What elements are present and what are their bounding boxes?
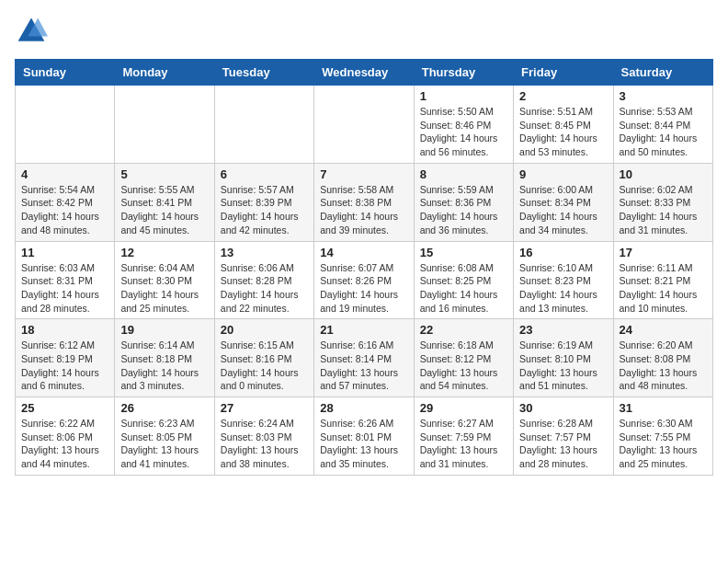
day-info: Sunrise: 6:15 AM Sunset: 8:16 PM Dayligh… xyxy=(221,339,308,393)
header-day-sunday: Sunday xyxy=(16,60,115,86)
day-number: 13 xyxy=(221,246,308,259)
day-number: 20 xyxy=(221,323,308,337)
calendar-cell: 8Sunrise: 5:59 AM Sunset: 8:36 PM Daylig… xyxy=(414,163,513,241)
calendar-cell xyxy=(16,86,115,164)
calendar-cell: 3Sunrise: 5:53 AM Sunset: 8:44 PM Daylig… xyxy=(613,86,712,164)
header-day-saturday: Saturday xyxy=(613,60,712,86)
day-info: Sunrise: 5:55 AM Sunset: 8:41 PM Dayligh… xyxy=(120,183,208,237)
day-info: Sunrise: 5:58 AM Sunset: 8:38 PM Dayligh… xyxy=(320,183,407,237)
day-info: Sunrise: 6:23 AM Sunset: 8:05 PM Dayligh… xyxy=(120,417,208,471)
day-info: Sunrise: 6:19 AM Sunset: 8:10 PM Dayligh… xyxy=(519,339,607,393)
calendar-cell: 10Sunrise: 6:02 AM Sunset: 8:33 PM Dayli… xyxy=(613,163,712,241)
calendar-cell xyxy=(115,86,214,164)
day-info: Sunrise: 6:12 AM Sunset: 8:19 PM Dayligh… xyxy=(21,339,108,393)
day-number: 31 xyxy=(620,401,707,415)
day-number: 11 xyxy=(21,246,108,259)
day-info: Sunrise: 5:57 AM Sunset: 8:39 PM Dayligh… xyxy=(221,183,308,237)
day-number: 4 xyxy=(21,167,108,181)
day-info: Sunrise: 5:54 AM Sunset: 8:42 PM Dayligh… xyxy=(21,183,108,237)
day-number: 28 xyxy=(320,401,407,415)
day-info: Sunrise: 6:22 AM Sunset: 8:06 PM Dayligh… xyxy=(21,417,108,471)
calendar-cell: 29Sunrise: 6:27 AM Sunset: 7:59 PM Dayli… xyxy=(414,397,513,476)
header-row: SundayMondayTuesdayWednesdayThursdayFrid… xyxy=(16,60,713,86)
calendar-cell: 16Sunrise: 6:10 AM Sunset: 8:23 PM Dayli… xyxy=(514,241,613,319)
day-info: Sunrise: 6:14 AM Sunset: 8:18 PM Dayligh… xyxy=(120,339,208,393)
day-number: 23 xyxy=(519,323,607,337)
calendar-body: 1Sunrise: 5:50 AM Sunset: 8:46 PM Daylig… xyxy=(16,86,713,476)
day-number: 6 xyxy=(221,167,308,181)
header-day-friday: Friday xyxy=(514,60,613,86)
calendar-cell: 31Sunrise: 6:30 AM Sunset: 7:55 PM Dayli… xyxy=(613,397,712,476)
day-number: 25 xyxy=(21,401,108,415)
calendar-cell: 25Sunrise: 6:22 AM Sunset: 8:06 PM Dayli… xyxy=(16,397,115,476)
logo-icon xyxy=(15,15,48,48)
day-info: Sunrise: 5:51 AM Sunset: 8:45 PM Dayligh… xyxy=(519,105,607,159)
calendar-header: SundayMondayTuesdayWednesdayThursdayFrid… xyxy=(16,60,713,86)
calendar-cell xyxy=(314,86,414,164)
day-info: Sunrise: 6:07 AM Sunset: 8:26 PM Dayligh… xyxy=(320,261,407,316)
day-info: Sunrise: 6:16 AM Sunset: 8:14 PM Dayligh… xyxy=(320,339,407,393)
calendar-cell: 17Sunrise: 6:11 AM Sunset: 8:21 PM Dayli… xyxy=(613,241,712,319)
day-number: 14 xyxy=(320,246,407,259)
calendar-cell: 1Sunrise: 5:50 AM Sunset: 8:46 PM Daylig… xyxy=(414,86,513,164)
day-number: 2 xyxy=(519,89,607,103)
day-info: Sunrise: 6:08 AM Sunset: 8:25 PM Dayligh… xyxy=(420,261,507,316)
day-info: Sunrise: 6:26 AM Sunset: 8:01 PM Dayligh… xyxy=(320,417,407,471)
calendar-cell: 30Sunrise: 6:28 AM Sunset: 7:57 PM Dayli… xyxy=(514,397,613,476)
calendar-cell: 21Sunrise: 6:16 AM Sunset: 8:14 PM Dayli… xyxy=(314,319,414,397)
day-info: Sunrise: 6:27 AM Sunset: 7:59 PM Dayligh… xyxy=(420,417,507,471)
day-info: Sunrise: 5:59 AM Sunset: 8:36 PM Dayligh… xyxy=(420,183,507,237)
calendar-cell: 12Sunrise: 6:04 AM Sunset: 8:30 PM Dayli… xyxy=(115,241,214,319)
day-number: 26 xyxy=(120,401,208,415)
day-number: 5 xyxy=(120,167,208,181)
calendar-cell: 23Sunrise: 6:19 AM Sunset: 8:10 PM Dayli… xyxy=(514,319,613,397)
calendar-cell: 22Sunrise: 6:18 AM Sunset: 8:12 PM Dayli… xyxy=(414,319,513,397)
logo xyxy=(15,15,51,48)
week-row-3: 11Sunrise: 6:03 AM Sunset: 8:31 PM Dayli… xyxy=(16,241,713,319)
calendar-cell: 7Sunrise: 5:58 AM Sunset: 8:38 PM Daylig… xyxy=(314,163,414,241)
header-day-wednesday: Wednesday xyxy=(314,60,414,86)
day-info: Sunrise: 6:30 AM Sunset: 7:55 PM Dayligh… xyxy=(620,417,707,471)
calendar-cell: 13Sunrise: 6:06 AM Sunset: 8:28 PM Dayli… xyxy=(214,241,313,319)
calendar-cell: 27Sunrise: 6:24 AM Sunset: 8:03 PM Dayli… xyxy=(214,397,313,476)
day-number: 8 xyxy=(420,167,507,181)
day-info: Sunrise: 6:03 AM Sunset: 8:31 PM Dayligh… xyxy=(21,261,108,316)
day-info: Sunrise: 6:28 AM Sunset: 7:57 PM Dayligh… xyxy=(519,417,607,471)
day-info: Sunrise: 6:06 AM Sunset: 8:28 PM Dayligh… xyxy=(221,261,308,316)
day-number: 24 xyxy=(620,323,707,337)
calendar-cell: 9Sunrise: 6:00 AM Sunset: 8:34 PM Daylig… xyxy=(514,163,613,241)
day-number: 22 xyxy=(420,323,507,337)
calendar-cell: 2Sunrise: 5:51 AM Sunset: 8:45 PM Daylig… xyxy=(514,86,613,164)
day-info: Sunrise: 6:11 AM Sunset: 8:21 PM Dayligh… xyxy=(620,261,707,316)
day-info: Sunrise: 6:00 AM Sunset: 8:34 PM Dayligh… xyxy=(519,183,607,237)
calendar-cell: 6Sunrise: 5:57 AM Sunset: 8:39 PM Daylig… xyxy=(214,163,313,241)
day-info: Sunrise: 6:24 AM Sunset: 8:03 PM Dayligh… xyxy=(221,417,308,471)
day-number: 21 xyxy=(320,323,407,337)
calendar-cell: 15Sunrise: 6:08 AM Sunset: 8:25 PM Dayli… xyxy=(414,241,513,319)
calendar-cell xyxy=(214,86,313,164)
day-number: 16 xyxy=(519,246,607,259)
week-row-5: 25Sunrise: 6:22 AM Sunset: 8:06 PM Dayli… xyxy=(16,397,713,476)
day-number: 7 xyxy=(320,167,407,181)
day-number: 17 xyxy=(620,246,707,259)
day-number: 12 xyxy=(120,246,208,259)
day-number: 27 xyxy=(221,401,308,415)
day-number: 30 xyxy=(519,401,607,415)
day-number: 19 xyxy=(120,323,208,337)
day-number: 9 xyxy=(519,167,607,181)
header-day-monday: Monday xyxy=(115,60,214,86)
day-number: 1 xyxy=(420,89,507,103)
day-number: 29 xyxy=(420,401,507,415)
calendar-cell: 19Sunrise: 6:14 AM Sunset: 8:18 PM Dayli… xyxy=(115,319,214,397)
calendar-cell: 5Sunrise: 5:55 AM Sunset: 8:41 PM Daylig… xyxy=(115,163,214,241)
day-info: Sunrise: 5:50 AM Sunset: 8:46 PM Dayligh… xyxy=(420,105,507,159)
day-info: Sunrise: 6:18 AM Sunset: 8:12 PM Dayligh… xyxy=(420,339,507,393)
calendar-cell: 28Sunrise: 6:26 AM Sunset: 8:01 PM Dayli… xyxy=(314,397,414,476)
calendar-cell: 4Sunrise: 5:54 AM Sunset: 8:42 PM Daylig… xyxy=(16,163,115,241)
week-row-2: 4Sunrise: 5:54 AM Sunset: 8:42 PM Daylig… xyxy=(16,163,713,241)
calendar-cell: 11Sunrise: 6:03 AM Sunset: 8:31 PM Dayli… xyxy=(16,241,115,319)
day-number: 10 xyxy=(620,167,707,181)
day-number: 15 xyxy=(420,246,507,259)
week-row-4: 18Sunrise: 6:12 AM Sunset: 8:19 PM Dayli… xyxy=(16,319,713,397)
day-info: Sunrise: 6:04 AM Sunset: 8:30 PM Dayligh… xyxy=(120,261,208,316)
